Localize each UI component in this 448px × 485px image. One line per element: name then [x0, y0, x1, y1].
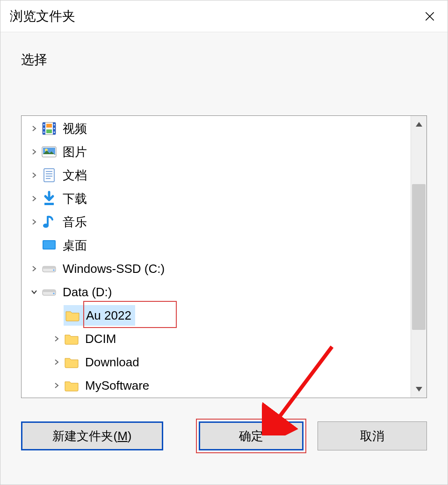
svg-point-6 — [54, 124, 55, 126]
svg-point-20 — [43, 224, 49, 228]
dialog-title: 浏览文件夹 — [10, 7, 75, 25]
chevron-right-icon[interactable] — [50, 335, 64, 342]
documents-icon — [41, 167, 57, 183]
chevron-right-icon[interactable] — [27, 125, 41, 132]
ok-button[interactable]: 确定 — [199, 421, 303, 450]
scroll-track[interactable] — [411, 133, 426, 381]
tree-item-label: MySoftware — [85, 378, 149, 393]
tree-item[interactable]: Data (D:) — [22, 280, 411, 304]
tree-item-label: 音乐 — [63, 214, 87, 230]
tree-item-label: 桌面 — [63, 237, 87, 254]
new-folder-label-prefix: 新建文件夹( — [52, 428, 117, 444]
chevron-right-icon[interactable] — [50, 359, 64, 365]
svg-point-7 — [54, 128, 55, 129]
tree-item-label: Download — [85, 355, 139, 370]
folder-tree[interactable]: 视频图片文档下载音乐桌面Windows-SSD (C:)Data (D:)Au … — [22, 116, 411, 398]
chevron-right-icon[interactable] — [50, 382, 64, 389]
chevron-right-icon[interactable] — [27, 219, 41, 225]
drive-icon — [41, 261, 57, 277]
tree-item[interactable]: MySoftware — [22, 374, 411, 397]
tree-item-label: 图片 — [63, 144, 87, 160]
svg-rect-9 — [46, 124, 52, 128]
chevron-right-icon[interactable] — [27, 149, 41, 155]
tree-item[interactable]: Windows-SSD (C:) — [22, 257, 411, 280]
new-folder-label-key: M — [117, 429, 128, 443]
tree-item-label: 视频 — [63, 121, 87, 137]
tree-item[interactable]: 下载 — [22, 187, 411, 210]
dialog-content: 选择 视频图片文档下载音乐桌面Windows-SSD (C:)Data (D:)… — [0, 32, 448, 485]
cancel-button[interactable]: 取消 — [318, 421, 427, 450]
button-row: 新建文件夹(M) 确定 取消 — [21, 419, 427, 453]
tree-item-label: Au 2022 — [86, 308, 131, 323]
tree-item-label: Windows-SSD (C:) — [63, 262, 165, 276]
svg-rect-19 — [44, 203, 54, 205]
svg-rect-27 — [43, 290, 56, 292]
chevron-right-icon[interactable] — [27, 172, 41, 178]
chevron-right-icon[interactable] — [27, 195, 41, 202]
close-button[interactable] — [416, 2, 444, 30]
drive-icon — [41, 284, 57, 300]
svg-point-25 — [53, 270, 55, 271]
folder-icon — [64, 354, 79, 370]
music-icon — [41, 214, 57, 230]
svg-rect-24 — [43, 266, 56, 269]
titlebar: 浏览文件夹 — [0, 0, 448, 32]
scroll-down-arrow[interactable] — [411, 381, 426, 398]
tree-item[interactable]: 图片 — [22, 140, 411, 164]
tree-item-label: DCIM — [85, 332, 116, 346]
svg-point-3 — [43, 124, 45, 126]
tree-item[interactable]: DCIM — [22, 327, 411, 350]
instruction-label: 选择 — [21, 51, 427, 69]
svg-rect-10 — [46, 129, 52, 133]
folder-icon — [65, 307, 80, 323]
new-folder-button[interactable]: 新建文件夹(M) — [21, 421, 163, 450]
tree-item-label: 下载 — [63, 191, 87, 207]
browse-folder-dialog: 浏览文件夹 选择 视频图片文档下载音乐桌面Windows-SSD (C:)Dat… — [0, 0, 448, 485]
tree-item[interactable]: Au 2022 — [22, 304, 411, 327]
new-folder-label-suffix: ) — [128, 429, 132, 443]
svg-point-28 — [53, 293, 55, 294]
chevron-right-icon[interactable] — [27, 265, 41, 272]
tree-item[interactable]: 视频 — [22, 117, 411, 140]
tree-item[interactable]: 文档 — [22, 164, 411, 187]
svg-point-8 — [54, 132, 55, 133]
tree-item-label: 文档 — [63, 167, 87, 184]
svg-point-5 — [43, 132, 45, 133]
annotation-ok-highlight: 确定 — [196, 419, 306, 453]
desktop-icon — [41, 237, 57, 253]
scroll-thumb[interactable] — [412, 184, 426, 330]
scrollbar[interactable] — [411, 116, 426, 398]
downloads-icon — [41, 191, 57, 207]
tree-item[interactable]: 桌面 — [22, 234, 411, 257]
folder-icon — [64, 331, 79, 347]
scroll-up-arrow[interactable] — [411, 116, 426, 133]
svg-rect-22 — [43, 241, 55, 249]
pictures-icon — [41, 144, 57, 160]
svg-point-4 — [43, 128, 45, 129]
video-icon — [41, 121, 57, 136]
tree-item-label: Data (D:) — [63, 285, 112, 300]
folder-tree-container: 视频图片文档下载音乐桌面Windows-SSD (C:)Data (D:)Au … — [21, 115, 427, 398]
tree-item[interactable]: Download — [22, 350, 411, 374]
tree-item[interactable]: 音乐 — [22, 210, 411, 234]
svg-rect-14 — [44, 169, 54, 182]
chevron-down-icon[interactable] — [27, 289, 41, 295]
folder-icon — [64, 378, 79, 393]
close-icon — [424, 10, 436, 22]
